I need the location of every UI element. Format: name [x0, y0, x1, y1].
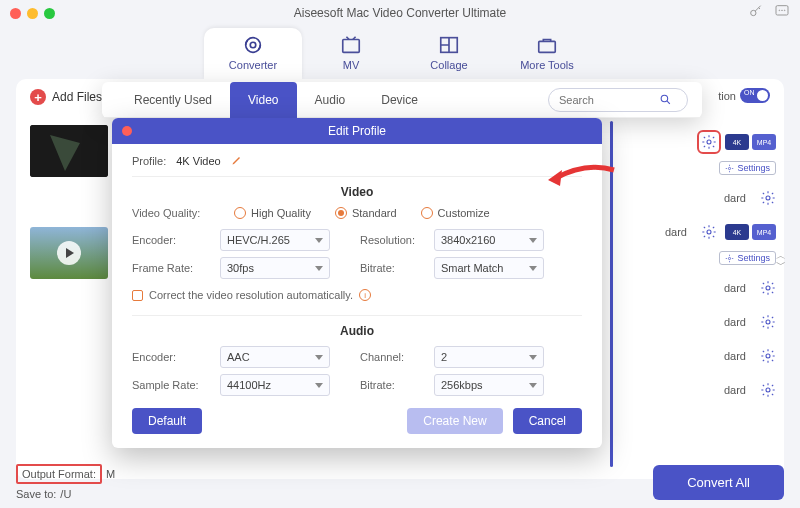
- app-title: Aiseesoft Mac Video Converter Ultimate: [0, 6, 800, 20]
- channel-label: Channel:: [360, 351, 424, 363]
- format-option-3[interactable]: dard 4KMP4: [622, 215, 776, 249]
- tab-collage-label: Collage: [430, 59, 467, 71]
- format-option-1[interactable]: 4K MP4: [622, 125, 776, 159]
- profile-value: 4K Video: [176, 155, 220, 167]
- audio-encoder-select[interactable]: AAC: [220, 346, 330, 368]
- titlebar: Aiseesoft Mac Video Converter Ultimate: [0, 0, 800, 26]
- default-button[interactable]: Default: [132, 408, 202, 434]
- cancel-button[interactable]: Cancel: [513, 408, 582, 434]
- quality-high[interactable]: High Quality: [234, 207, 311, 219]
- gear-icon[interactable]: [760, 348, 776, 364]
- framerate-select[interactable]: 30fps: [220, 257, 330, 279]
- edit-profile-name-icon[interactable]: [231, 154, 243, 168]
- video-thumbnail-1[interactable]: [30, 125, 108, 177]
- modal-titlebar: Edit Profile: [112, 118, 602, 144]
- audio-bitrate-select[interactable]: 256kbps: [434, 374, 544, 396]
- gear-icon[interactable]: [701, 224, 717, 240]
- output-format-label: Output Format:: [16, 464, 102, 484]
- svg-marker-22: [548, 170, 562, 186]
- chevron-down-icon: [529, 383, 537, 388]
- annotation-arrow: [546, 160, 616, 194]
- format-tabs: Recently Used Video Audio Device: [102, 82, 702, 118]
- edit-profile-modal: Edit Profile Profile: 4K Video Video Vid…: [112, 118, 602, 448]
- svg-point-12: [707, 140, 711, 144]
- save-to-label: Save to:: [16, 488, 56, 500]
- format-tab-device[interactable]: Device: [363, 82, 436, 118]
- chevron-down-icon: [315, 238, 323, 243]
- chevron-down-icon: [529, 355, 537, 360]
- svg-point-16: [729, 257, 731, 259]
- quality-customize[interactable]: Customize: [421, 207, 490, 219]
- framerate-label: Frame Rate:: [132, 262, 210, 274]
- chevron-down-icon: [529, 266, 537, 271]
- svg-rect-9: [539, 41, 556, 52]
- format-settings-button[interactable]: Settings: [719, 161, 776, 175]
- format-option-7[interactable]: dard: [622, 373, 776, 407]
- svg-point-21: [661, 95, 668, 102]
- bitrate-select[interactable]: Smart Match: [434, 257, 544, 279]
- format-tab-audio[interactable]: Audio: [297, 82, 364, 118]
- format-option-5[interactable]: dard: [622, 305, 776, 339]
- auto-resolution-checkbox[interactable]: Correct the video resolution automatical…: [132, 289, 582, 301]
- radio-icon: [335, 207, 347, 219]
- create-new-button[interactable]: Create New: [407, 408, 502, 434]
- audio-encoder-label: Encoder:: [132, 351, 210, 363]
- search-input[interactable]: [559, 94, 659, 106]
- format-search[interactable]: [548, 88, 688, 112]
- hw-accel-toggle[interactable]: tion ON: [718, 88, 770, 103]
- chip-mp4: MP4: [752, 134, 776, 150]
- save-to-path[interactable]: /U: [60, 488, 71, 500]
- scroll-carets[interactable]: ︿﹀: [776, 251, 786, 269]
- svg-rect-7: [343, 40, 360, 53]
- modal-title: Edit Profile: [112, 124, 602, 138]
- video-quality-row: Video Quality: High Quality Standard Cus…: [132, 207, 582, 219]
- bottom-bar: Output Format: M Save to: /U Convert All: [16, 464, 784, 500]
- encoder-select[interactable]: HEVC/H.265: [220, 229, 330, 251]
- channel-select[interactable]: 2: [434, 346, 544, 368]
- resolution-select[interactable]: 3840x2160: [434, 229, 544, 251]
- checkbox-icon: [132, 290, 143, 301]
- format-settings-button[interactable]: Settings: [719, 251, 776, 265]
- tab-converter[interactable]: Converter: [204, 28, 302, 79]
- svg-point-17: [766, 286, 770, 290]
- format-option-6[interactable]: dard: [622, 339, 776, 373]
- audio-bitrate-label: Bitrate:: [360, 379, 424, 391]
- svg-point-15: [707, 230, 711, 234]
- modal-buttons: Default Create New Cancel: [132, 408, 582, 434]
- gear-icon[interactable]: [760, 382, 776, 398]
- gear-icon[interactable]: [701, 134, 717, 150]
- profile-row: Profile: 4K Video: [132, 154, 582, 177]
- svg-point-5: [246, 38, 261, 53]
- tab-collage[interactable]: Collage: [400, 28, 498, 79]
- format-option-4[interactable]: dard: [622, 271, 776, 305]
- samplerate-label: Sample Rate:: [132, 379, 210, 391]
- convert-all-button[interactable]: Convert All: [653, 465, 784, 500]
- tab-more-tools[interactable]: More Tools: [498, 28, 596, 79]
- format-tab-video[interactable]: Video: [230, 82, 296, 118]
- play-icon[interactable]: [57, 241, 81, 265]
- tab-mv[interactable]: MV: [302, 28, 400, 79]
- svg-point-19: [766, 354, 770, 358]
- bitrate-label: Bitrate:: [360, 262, 424, 274]
- chevron-down-icon: [529, 238, 537, 243]
- gear-icon[interactable]: [760, 280, 776, 296]
- video-thumbnail-2[interactable]: [30, 227, 108, 279]
- main-tabs: Converter MV Collage More Tools: [0, 28, 800, 79]
- gear-icon[interactable]: [760, 190, 776, 206]
- svg-point-14: [766, 196, 770, 200]
- radio-icon: [421, 207, 433, 219]
- output-format-value[interactable]: M: [106, 468, 115, 480]
- chevron-down-icon: [315, 355, 323, 360]
- gear-icon[interactable]: [760, 314, 776, 330]
- format-tab-recent[interactable]: Recently Used: [116, 82, 230, 118]
- info-icon[interactable]: i: [359, 289, 371, 301]
- quality-standard[interactable]: Standard: [335, 207, 397, 219]
- audio-section-header: Audio: [132, 324, 582, 338]
- samplerate-select[interactable]: 44100Hz: [220, 374, 330, 396]
- format-option-2[interactable]: dard: [622, 181, 776, 215]
- format-chip: 4K MP4: [725, 134, 776, 150]
- radio-icon: [234, 207, 246, 219]
- toggle-icon[interactable]: ON: [740, 88, 770, 103]
- chevron-down-icon: [315, 266, 323, 271]
- format-options-column: 4K MP4 Settings dard dard 4KMP4 Settings…: [614, 121, 784, 467]
